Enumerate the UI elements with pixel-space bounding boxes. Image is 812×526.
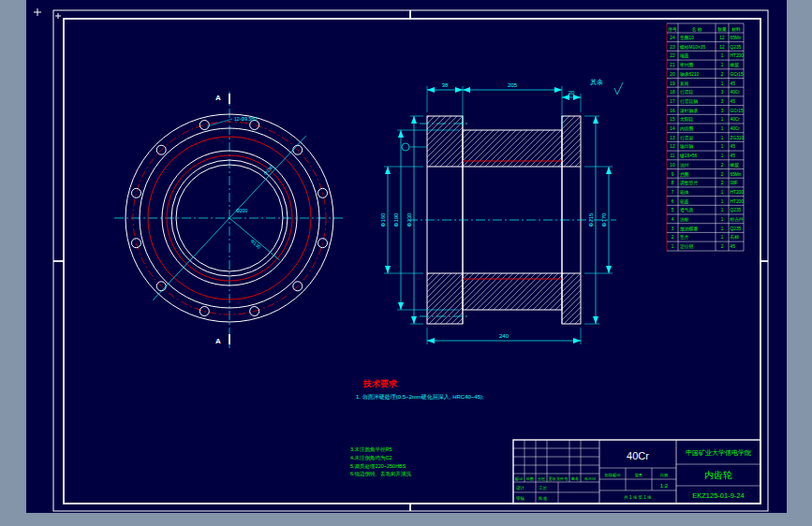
bom-cell-qty: 1 bbox=[721, 81, 724, 86]
bom-cell-material: GCr15 bbox=[731, 109, 744, 113]
bom-cell-material: 45 bbox=[731, 144, 736, 149]
bom-cell-material: Q235 bbox=[731, 208, 742, 212]
bom-cell-no: 4 bbox=[672, 217, 674, 222]
bom-cell-no: 8 bbox=[672, 181, 674, 185]
bom-cell-name: 放油螺塞 bbox=[680, 226, 698, 232]
bom-cell-material: 08F bbox=[731, 181, 738, 185]
dim-label-center-diameter: Φ200 bbox=[236, 208, 248, 213]
bom-header-qty: 数量 bbox=[717, 27, 727, 32]
bom-cell-no: 18 bbox=[670, 90, 675, 95]
bom-cell-material: Q235 bbox=[731, 226, 742, 231]
bom-cell-no: 11 bbox=[671, 153, 675, 158]
bom-cell-qty: 3 bbox=[721, 90, 724, 95]
note-line: 4.未注倒角均为C2 bbox=[350, 455, 392, 461]
bom-cell-name: 轴承6210 bbox=[680, 71, 700, 78]
company-name: 中国矿业大学信电学院 bbox=[686, 449, 751, 457]
bom-cell-qty: 2 bbox=[721, 244, 724, 249]
bom-cell-material: 65Mn bbox=[731, 172, 742, 177]
bom-cell-no: 5 bbox=[672, 208, 674, 212]
tech-req-title: 技术要求 bbox=[362, 379, 398, 388]
bom-cell-name: 调整垫片 bbox=[680, 180, 698, 186]
bom-cell-no: 17 bbox=[670, 99, 675, 104]
bom-cell-no: 21 bbox=[670, 63, 675, 67]
drawing-number: EKZ125-01-9-24 bbox=[692, 491, 744, 500]
note-line: 5.调质处理220~250HBS bbox=[350, 463, 406, 470]
bom-cell-name: 密封圈 bbox=[680, 62, 694, 68]
bom-cell-no: 6 bbox=[672, 199, 674, 204]
tech-req-line1: 1. 齿面淬硬处理(0.5~2mm硬化层深入, HRC40~45); bbox=[356, 393, 484, 401]
bom-cell-qty: 3 bbox=[721, 99, 724, 104]
dim-inner-diameter: Φ170 bbox=[601, 212, 607, 226]
bom-cell-qty: 2 bbox=[721, 163, 724, 168]
bom-cell-name: 滚针轴承 bbox=[680, 108, 698, 114]
bom-cell-name: 套筒 bbox=[680, 81, 689, 86]
note-line: 3.未注圆角半径R5 bbox=[350, 446, 392, 453]
bom-cell-material: 45 bbox=[731, 81, 736, 86]
bom-cell-qty: 12 bbox=[719, 45, 725, 50]
bom-cell-qty: 1 bbox=[721, 117, 724, 122]
bom-cell-name: 螺栓M10×35 bbox=[680, 44, 705, 51]
bom-cell-qty: 1 bbox=[721, 199, 724, 204]
section-label-top: A bbox=[215, 94, 221, 102]
bom-cell-material: HT200 bbox=[731, 199, 745, 204]
dim-body-length: 205 bbox=[508, 82, 518, 88]
bom-cell-name: 端盖 bbox=[680, 52, 689, 58]
bom-cell-no: 23 bbox=[670, 45, 675, 50]
rev-header-zone: 分区 bbox=[538, 476, 546, 481]
rev-header-sign: 签名 bbox=[571, 476, 579, 481]
bom-cell-material: 40Cr bbox=[731, 117, 741, 122]
bom-cell-name: 输出轴 bbox=[680, 143, 694, 150]
rev-header-docno: 更改文件号 bbox=[549, 476, 569, 481]
bom-cell-qty: 2 bbox=[721, 172, 724, 177]
bom-cell-material: GCr15 bbox=[731, 72, 744, 77]
surface-note: 其余 bbox=[590, 79, 603, 86]
bom-cell-no: 10 bbox=[670, 163, 675, 168]
bom-cell-no: 13 bbox=[670, 136, 675, 140]
bom-cell-no: 2 bbox=[672, 235, 674, 240]
sign-label-check: 审核 bbox=[516, 496, 525, 501]
bom-cell-name: 定位销 bbox=[680, 243, 694, 250]
bom-cell-no: 16 bbox=[670, 109, 675, 113]
bom-cell-material: 45 bbox=[731, 153, 736, 158]
dim-total-length: 240 bbox=[499, 333, 509, 339]
bom-cell-no: 20 bbox=[670, 72, 675, 77]
bom-cell-material: 40Cr bbox=[731, 126, 741, 131]
sign-label-approve: 批准 bbox=[538, 496, 548, 501]
sign-label-design: 设计 bbox=[516, 485, 525, 490]
bom-cell-no: 14 bbox=[670, 126, 675, 131]
bom-cell-material: ZG310 bbox=[731, 136, 745, 140]
bom-cell-no: 9 bbox=[672, 172, 674, 177]
bom-cell-qty: 3 bbox=[721, 109, 724, 113]
part-name: 内齿轮 bbox=[704, 470, 732, 480]
bom-cell-material: 65Mn bbox=[731, 36, 742, 40]
bom-cell-material: 45 bbox=[731, 244, 736, 249]
bom-cell-name: 通气器 bbox=[680, 207, 694, 213]
bom-cell-qty: 1 bbox=[721, 144, 724, 149]
bom-cell-qty: 1 bbox=[721, 235, 724, 240]
scale-value: 1:2 bbox=[660, 483, 669, 489]
rev-header-date: 年月日 bbox=[584, 476, 597, 481]
bom-cell-material: HT200 bbox=[731, 190, 745, 195]
drawing-viewport[interactable] bbox=[26, 0, 787, 513]
bom-cell-no: 7 bbox=[672, 190, 674, 195]
sheet-count: 共 1 张 第 1 张 bbox=[624, 495, 652, 500]
rev-header-count: 处数 bbox=[526, 476, 535, 481]
bom-cell-qty: 1 bbox=[721, 208, 724, 212]
bom-cell-qty: 1 bbox=[721, 53, 724, 58]
cad-canvas[interactable]: 12-Φ9.5H7 Φ190 Φ130 Φ200 A A bbox=[0, 0, 812, 526]
bom-cell-qty: 1 bbox=[721, 63, 724, 67]
bom-cell-qty: 1 bbox=[721, 136, 724, 140]
info-weight-label: 重量 bbox=[635, 473, 642, 477]
bom-cell-qty: 2 bbox=[721, 181, 724, 185]
bom-cell-qty: 1 bbox=[721, 217, 724, 222]
dim-body-diameter: Φ190 bbox=[393, 212, 399, 226]
bom-cell-qty: 2 bbox=[721, 72, 724, 77]
bom-cell-material: 橡胶 bbox=[730, 162, 740, 168]
section-label-bottom: A bbox=[215, 337, 221, 345]
bom-cell-no: 15 bbox=[670, 117, 675, 122]
dim-ring-diameter: Φ215 bbox=[588, 212, 594, 226]
dim-flange-width: 38 bbox=[442, 82, 449, 88]
bom-cell-material: Q235 bbox=[731, 45, 742, 50]
dim-ring-width: 20 bbox=[568, 90, 575, 95]
dim-bore-diameter: Φ160 bbox=[380, 212, 386, 226]
